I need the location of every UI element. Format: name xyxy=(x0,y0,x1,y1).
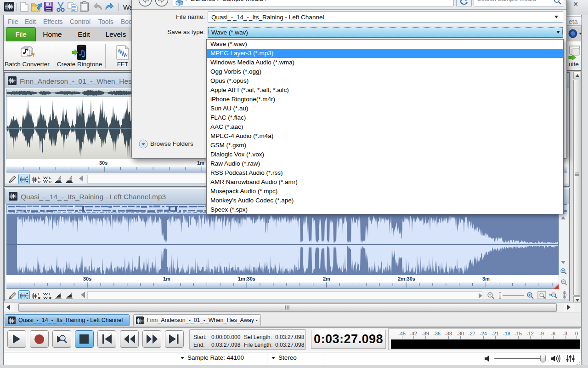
svg-text:L: L xyxy=(49,176,51,179)
svg-text:L: L xyxy=(49,293,51,296)
svg-text:L: L xyxy=(38,293,40,296)
svg-text:R: R xyxy=(49,180,51,184)
svg-text:R: R xyxy=(38,180,40,184)
svg-text:L: L xyxy=(38,176,40,179)
